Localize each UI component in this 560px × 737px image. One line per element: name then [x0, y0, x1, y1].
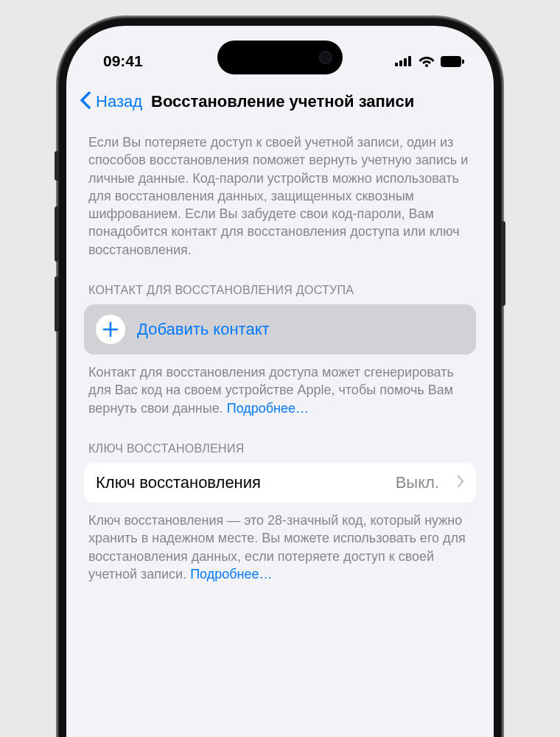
wifi-icon — [419, 55, 435, 67]
chevron-right-icon — [457, 473, 464, 492]
mute-switch — [55, 151, 59, 181]
recovery-key-more-link[interactable]: Подробнее… — [190, 567, 272, 581]
screen: 09:41 — [66, 26, 494, 737]
recovery-key-cell[interactable]: Ключ восстановления Выкл. — [84, 463, 476, 503]
phone-frame: 09:41 — [59, 18, 501, 737]
content: Если Вы потеряете доступ к своей учетной… — [66, 123, 494, 601]
volume-up-button — [55, 206, 59, 262]
dynamic-island — [217, 41, 343, 74]
page-title: Восстановление учетной записи — [151, 92, 414, 111]
cellular-icon — [395, 56, 413, 66]
svg-rect-0 — [395, 63, 398, 66]
svg-rect-5 — [441, 56, 461, 67]
svg-rect-6 — [462, 59, 464, 63]
volume-down-button — [55, 276, 59, 332]
recovery-contact-footer: Контакт для восстановления доступа может… — [84, 354, 476, 435]
recovery-key-value: Выкл. — [396, 473, 439, 492]
recovery-contact-more-link[interactable]: Подробнее… — [227, 401, 309, 416]
svg-rect-3 — [408, 56, 411, 66]
back-button[interactable]: Назад — [96, 92, 142, 111]
back-chevron-icon[interactable] — [80, 91, 91, 113]
recovery-key-label: Ключ восстановления — [96, 473, 384, 492]
status-time: 09:41 — [103, 52, 143, 70]
battery-icon — [441, 56, 464, 67]
recovery-contact-header: КОНТАКТ ДЛЯ ВОССТАНОВЛЕНИЯ ДОСТУПА — [84, 276, 476, 304]
intro-text: Если Вы потеряете доступ к своей учетной… — [84, 123, 476, 276]
recovery-key-footer: Ключ восстановления — это 28-значный код… — [84, 503, 476, 601]
add-contact-label: Добавить контакт — [137, 320, 270, 339]
add-recovery-contact-cell[interactable]: Добавить контакт — [84, 304, 476, 354]
navigation-bar: Назад Восстановление учетной записи — [66, 77, 494, 123]
svg-point-4 — [425, 64, 428, 67]
plus-circle-icon — [96, 315, 125, 344]
front-camera — [319, 51, 332, 64]
power-button — [501, 221, 505, 306]
recovery-key-header: КЛЮЧ ВОССТАНОВЛЕНИЯ — [84, 435, 476, 463]
svg-rect-1 — [399, 60, 402, 66]
svg-rect-2 — [404, 58, 407, 66]
status-icons — [395, 55, 464, 67]
